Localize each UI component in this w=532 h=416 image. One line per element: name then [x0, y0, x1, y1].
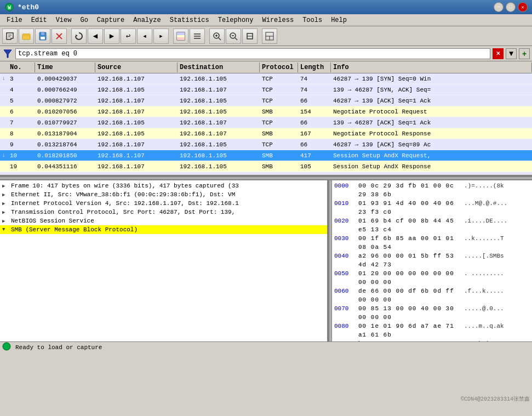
tree-item[interactable]: ▶NetBIOS Session Service	[0, 216, 327, 225]
tree-expand-icon: ▶	[2, 192, 9, 198]
menu-item-analyze[interactable]: Analyze	[129, 15, 165, 25]
toolbar-close-button[interactable]	[52, 29, 67, 44]
menu-item-statistics[interactable]: Statistics	[165, 15, 214, 25]
cell-length: 154	[298, 108, 331, 116]
cell-protocol: TCP	[260, 141, 298, 149]
cell-no: 6	[8, 108, 35, 116]
toolbar-layout-button[interactable]	[262, 29, 277, 44]
hex-bytes: de 66 00 00 df 6b 0d ff 00 00 00	[358, 287, 460, 304]
packet-list-header: No. Time Source Destination Protocol Len…	[0, 61, 532, 73]
filter-bar: ✕ ▼ +	[0, 46, 532, 61]
hex-row: 0070 00 85 13 00 00 40 00 30 00 00 00 ..…	[334, 304, 530, 322]
table-row[interactable]: 8 0.013187904 192.168.1.105 192.168.1.10…	[0, 128, 532, 139]
protocol-tree: ▶Frame 10: 417 bytes on wire (3336 bits)…	[0, 180, 329, 341]
toolbar-save-button[interactable]	[35, 29, 50, 44]
toolbar-next-button[interactable]: ▸	[153, 29, 169, 44]
cell-destination: 192.168.1.107	[178, 86, 260, 94]
table-row[interactable]: 6 0.010207056 192.168.1.107 192.168.1.10…	[0, 106, 532, 117]
hex-ascii: ...M@.@.#...	[464, 199, 530, 216]
menu-item-help[interactable]: Help	[327, 15, 351, 25]
table-row[interactable]: 7 0.010779927 192.168.1.105 192.168.1.10…	[0, 117, 532, 128]
filter-add-button[interactable]: +	[519, 48, 530, 59]
table-row[interactable]: ↓ 10 0.018201850 192.168.1.107 192.168.1…	[0, 150, 532, 161]
svg-line-24	[235, 38, 237, 40]
hex-bytes: 01 93 91 4d 40 00 40 06 23 f3 c0	[358, 199, 460, 216]
hex-offset: 0070	[334, 304, 354, 322]
cell-protocol: TCP	[260, 119, 298, 127]
cell-no: 7	[8, 119, 35, 127]
cell-length: 66	[298, 97, 331, 105]
tree-item[interactable]: ▼SMB (Server Message Block Protocol)	[0, 225, 327, 234]
minimize-button[interactable]: ─	[494, 2, 504, 12]
toolbar-zoom-out-button[interactable]	[226, 29, 241, 44]
column-header-no[interactable]: No.	[8, 62, 35, 72]
cell-length: 66	[298, 141, 331, 149]
toolbar-prev-button[interactable]: ◂	[137, 29, 152, 44]
table-row[interactable]: 4 0.000766249 192.168.1.105 192.168.1.10…	[0, 84, 532, 95]
tree-item[interactable]: ▶Internet Protocol Version 4, Src: 192.1…	[0, 199, 327, 208]
cell-source: 192.168.1.107	[95, 75, 178, 83]
tree-item-text: Internet Protocol Version 4, Src: 192.16…	[11, 200, 239, 207]
tree-item[interactable]: ▶Transmission Control Protocol, Src Port…	[0, 208, 327, 216]
cell-info: Session Setup AndX Request,	[331, 152, 532, 159]
hex-ascii: . .........	[464, 269, 530, 287]
cell-destination: 192.168.1.107	[178, 119, 260, 127]
menu-item-file[interactable]: File	[2, 15, 27, 25]
tree-item-text: NetBIOS Session Service	[11, 218, 94, 224]
toolbar-open-button[interactable]	[19, 29, 34, 44]
column-header-length[interactable]: Length	[298, 62, 331, 72]
svg-marker-2	[7, 33, 13, 39]
toolbar-new-button[interactable]	[2, 29, 18, 44]
table-row[interactable]: 5 0.000827972 192.168.1.107 192.168.1.10…	[0, 95, 532, 106]
tree-item-text: Ethernet II, Src: VMware_38:6b:f1 (00:0c…	[11, 191, 235, 198]
menu-item-capture[interactable]: Capture	[93, 15, 129, 25]
column-header-protocol[interactable]: Protocol	[260, 62, 298, 72]
cell-time: 0.000827972	[35, 97, 95, 105]
filter-input[interactable]	[15, 48, 490, 59]
filter-clear-button[interactable]: ✕	[493, 48, 504, 59]
cell-time: 0.010779927	[35, 119, 95, 127]
cell-length: 105	[298, 163, 331, 170]
column-header-source[interactable]: Source	[95, 62, 178, 72]
filter-dropdown-button[interactable]: ▼	[506, 48, 517, 59]
column-header-time[interactable]: Time	[35, 62, 95, 72]
menu-item-go[interactable]: Go	[76, 15, 92, 25]
toolbar-autoscroll-button[interactable]	[190, 29, 205, 44]
toolbar-reload-button[interactable]	[71, 29, 87, 44]
hex-bytes: a2 96 00 00 01 5b ff 53 4d 42 73	[358, 252, 460, 269]
table-row[interactable]: ↓ 3 0.000429037 192.168.1.107 192.168.1.…	[0, 73, 532, 84]
close-button[interactable]: ✕	[518, 2, 528, 12]
cell-protocol: SMB	[260, 108, 298, 116]
tree-item[interactable]: ▶Ethernet II, Src: VMware_38:6b:f1 (00:0…	[0, 190, 327, 199]
toolbar-back-button[interactable]: ◀	[88, 29, 103, 44]
toolbar-zoom-reset-button[interactable]	[242, 29, 258, 44]
table-row[interactable]: 20 0.090456993 192.168.1.107 192.168.1.1…	[0, 172, 532, 176]
table-row[interactable]: 9 0.013218764 192.168.1.107 192.168.1.10…	[0, 139, 532, 150]
column-header-info[interactable]: Info	[331, 62, 532, 72]
ws-logo-status	[2, 342, 11, 352]
tree-item[interactable]: ▶Frame 10: 417 bytes on wire (3336 bits)…	[0, 181, 327, 190]
cell-destination: 192.168.1.105	[178, 108, 260, 116]
hex-row: 0010 01 93 91 4d 40 00 40 06 23 f3 c0 ..…	[334, 199, 530, 216]
menu-item-telephony[interactable]: Telephony	[214, 15, 258, 25]
table-row[interactable]: 19 0.044351116 192.168.1.107 192.168.1.1…	[0, 161, 532, 172]
cell-time: 0.013187904	[35, 130, 95, 138]
hex-offset: 0040	[334, 252, 354, 269]
menu-item-view[interactable]: View	[52, 15, 76, 25]
toolbar-zoom-in-button[interactable]	[209, 29, 225, 44]
menu-item-wireless[interactable]: Wireless	[258, 15, 299, 25]
menu-item-tools[interactable]: Tools	[298, 15, 327, 25]
toolbar-forward-button[interactable]: ▶	[104, 29, 119, 44]
cell-time: 0.000766249	[35, 86, 95, 94]
hex-ascii: ....m..q.ak	[464, 322, 530, 339]
maximize-button[interactable]: □	[506, 2, 516, 12]
toolbar-return-button[interactable]: ↩	[121, 29, 136, 44]
cell-length: 66	[298, 119, 331, 127]
window-title: *eth0	[18, 3, 39, 12]
column-header-destination[interactable]: Destination	[178, 62, 260, 72]
menu-item-edit[interactable]: Edit	[27, 15, 52, 25]
svg-point-32	[3, 343, 10, 350]
toolbar-coloring-button[interactable]	[173, 29, 188, 44]
cell-no: 5	[8, 97, 35, 105]
cell-protocol: SMB	[260, 152, 298, 159]
